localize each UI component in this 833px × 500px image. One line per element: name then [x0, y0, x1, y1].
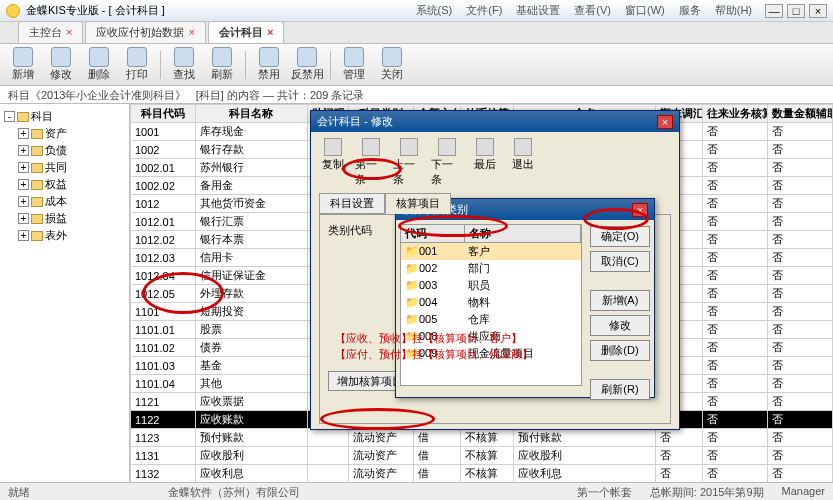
tab-close[interactable]: ×: [66, 26, 72, 38]
nav-下一条[interactable]: 下一条: [431, 138, 463, 187]
dialog2-btn-2[interactable]: 新增(A): [590, 290, 650, 311]
dialog2-btn-3[interactable]: 修改: [590, 315, 650, 336]
dialog2-close[interactable]: ×: [632, 203, 648, 217]
window-title: 金蝶KIS专业版 - [ 会计科目 ]: [26, 3, 165, 18]
tree-node[interactable]: +权益: [4, 176, 125, 193]
nav-退出[interactable]: 退出: [507, 138, 539, 187]
tab-strip: 主控台×应收应付初始数据×会计科目×: [0, 22, 833, 44]
table-row[interactable]: 1123预付账款流动资产借不核算预付账款否否否: [131, 429, 833, 447]
maximize-button[interactable]: □: [787, 4, 805, 18]
list-item[interactable]: 📁004物料: [401, 294, 581, 311]
list-item[interactable]: 📁005仓库: [401, 311, 581, 328]
tab[interactable]: 主控台×: [18, 21, 83, 43]
annotation-text: 【应收、预收】挂【核算项目、客户】【应付、预付】挂【核算项目、供应商】: [335, 330, 533, 362]
tree-node[interactable]: -科目: [4, 108, 125, 125]
path-left: 科目《2013年小企业会计准则科目》: [8, 89, 186, 101]
col-code: 代码: [401, 225, 464, 243]
category-code-label: 类别代码: [328, 224, 372, 236]
path-right: [科目] 的内容 — 共计：209 条记录: [196, 89, 365, 101]
dialog2-btn-4[interactable]: 删除(D): [590, 340, 650, 361]
dialog1-toolbar: 复制第一条上一条下一条最后退出: [311, 132, 679, 193]
status-left: 就绪: [8, 485, 30, 498]
dialog1-tab[interactable]: 核算项目: [385, 193, 451, 214]
toolbar-修改[interactable]: 修改: [44, 47, 78, 82]
dialog1-close[interactable]: ×: [657, 115, 673, 129]
tree-node[interactable]: +成本: [4, 193, 125, 210]
nav-上一条[interactable]: 上一条: [393, 138, 425, 187]
menu-item[interactable]: 基础设置: [511, 2, 565, 19]
menu-item[interactable]: 系统(S): [411, 2, 458, 19]
toolbar-禁用[interactable]: 禁用: [252, 47, 286, 82]
toolbar-查找[interactable]: 查找: [167, 47, 201, 82]
dialog1-tab[interactable]: 科目设置: [319, 193, 385, 214]
tree-node[interactable]: +损益: [4, 210, 125, 227]
menu-item[interactable]: 帮助(H): [710, 2, 757, 19]
list-item[interactable]: 📁001客户: [401, 243, 581, 261]
list-item[interactable]: 📁003职员: [401, 277, 581, 294]
titlebar: 金蝶KIS专业版 - [ 会计科目 ] 系统(S)文件(F)基础设置查看(V)窗…: [0, 0, 833, 22]
toolbar-刷新[interactable]: 刷新: [205, 47, 239, 82]
app-icon: [6, 4, 20, 18]
toolbar-删除[interactable]: 删除: [82, 47, 116, 82]
close-button[interactable]: ×: [809, 4, 827, 18]
grid-header[interactable]: 科目代码: [131, 105, 196, 123]
tree-panel: -科目+资产+负债+共同+权益+成本+损益+表外: [0, 104, 130, 482]
list-item[interactable]: 📁002部门: [401, 260, 581, 277]
tab-close[interactable]: ×: [188, 26, 194, 38]
toolbar: 新增修改删除打印查找刷新禁用反禁用管理关闭: [0, 44, 833, 86]
tab[interactable]: 应收应付初始数据×: [85, 21, 205, 43]
dialog2-btn-1[interactable]: 取消(C): [590, 251, 650, 272]
dialog2-btn-0[interactable]: 确定(O): [590, 226, 650, 247]
nav-第一条[interactable]: 第一条: [355, 138, 387, 187]
tree-node[interactable]: +负债: [4, 142, 125, 159]
menu-item[interactable]: 服务: [674, 2, 706, 19]
status-mid: 金蝶软件（苏州）有限公司: [168, 485, 300, 498]
table-row[interactable]: 1131应收股利流动资产借不核算应收股利否否否: [131, 447, 833, 465]
dialog1-title: 会计科目 - 修改: [317, 114, 393, 129]
tree-node[interactable]: +资产: [4, 125, 125, 142]
item-category-dialog: 核算项目类别× 代码名称📁001客户📁002部门📁003职员📁004物料📁005…: [395, 198, 655, 398]
dialog2-buttons: 确定(O)取消(C)新增(A)修改删除(D)刷新(R): [586, 220, 654, 390]
menu-bar: 系统(S)文件(F)基础设置查看(V)窗口(W)服务帮助(H): [411, 2, 757, 19]
dialog2-btn-5[interactable]: 刷新(R): [590, 379, 650, 400]
tab-close[interactable]: ×: [267, 26, 273, 38]
minimize-button[interactable]: —: [765, 4, 783, 18]
tree-node[interactable]: +共同: [4, 159, 125, 176]
menu-item[interactable]: 文件(F): [461, 2, 507, 19]
nav-复制[interactable]: 复制: [317, 138, 349, 187]
grid-header[interactable]: 往来业务核算: [703, 105, 768, 123]
table-row[interactable]: 1132应收利息流动资产借不核算应收利息否否否: [131, 465, 833, 483]
tree-node[interactable]: +表外: [4, 227, 125, 244]
grid-header[interactable]: 科目名称: [195, 105, 307, 123]
grid-header[interactable]: 数量金额辅助: [768, 105, 833, 123]
nav-最后[interactable]: 最后: [469, 138, 501, 187]
menu-item[interactable]: 查看(V): [569, 2, 616, 19]
status-right: 第一个帐套总帐期间: 2015年第9期Manager: [577, 485, 825, 498]
toolbar-关闭[interactable]: 关闭: [375, 47, 409, 82]
col-name: 名称: [464, 225, 580, 243]
toolbar-管理[interactable]: 管理: [337, 47, 371, 82]
tab[interactable]: 会计科目×: [208, 21, 284, 43]
menu-item[interactable]: 窗口(W): [620, 2, 670, 19]
toolbar-打印[interactable]: 打印: [120, 47, 154, 82]
toolbar-新增[interactable]: 新增: [6, 47, 40, 82]
toolbar-反禁用[interactable]: 反禁用: [290, 47, 324, 82]
